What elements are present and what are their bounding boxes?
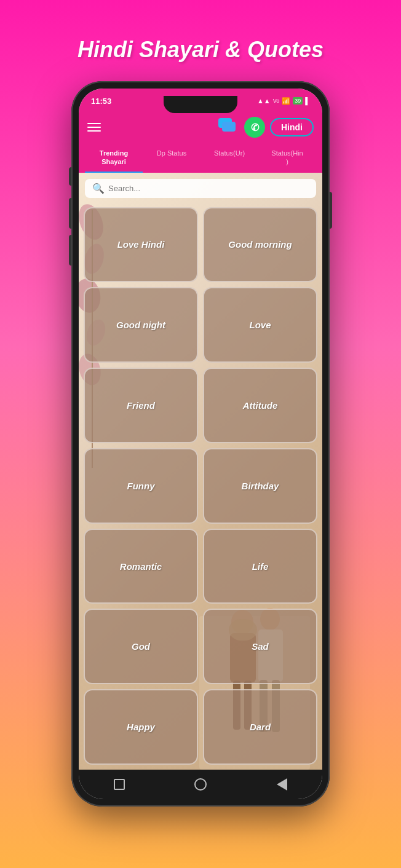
volume-down-button xyxy=(69,198,71,229)
vo-label: Vo xyxy=(273,98,280,104)
tab-dp-status[interactable]: Dp Status xyxy=(143,144,200,173)
nav-back-button[interactable] xyxy=(272,775,292,794)
phone-frame: 11:53 ▲▲ Vo 📶 39 ▌ xyxy=(71,81,330,807)
search-input[interactable] xyxy=(108,184,309,193)
search-icon: 🔍 xyxy=(92,183,105,194)
whatsapp-icon[interactable]: ✆ xyxy=(244,117,265,138)
recents-icon xyxy=(114,779,125,790)
category-attitude-button[interactable]: Attitude xyxy=(203,368,317,443)
category-sad-button[interactable]: Sad xyxy=(203,609,317,684)
notch xyxy=(164,96,237,113)
hindi-button[interactable]: Hindi xyxy=(270,118,314,136)
status-icons: ▲▲ Vo 📶 39 ▌ xyxy=(257,97,310,105)
category-love-hindi-button[interactable]: Love Hindi xyxy=(84,207,198,283)
category-grid: Love HindiGood morningGood nightLoveFrie… xyxy=(84,207,317,765)
hamburger-line-3 xyxy=(87,130,101,132)
hamburger-line-1 xyxy=(87,123,101,124)
tab-status-hin[interactable]: Status(Hin) xyxy=(258,144,316,173)
hamburger-line-2 xyxy=(87,127,101,128)
wifi-icon: 📶 xyxy=(282,97,290,105)
search-bar: 🔍 xyxy=(85,179,316,198)
tab-status-ur[interactable]: Status(Ur) xyxy=(200,144,258,173)
nav-home-button[interactable] xyxy=(191,775,210,794)
category-dard-button[interactable]: Dard xyxy=(203,689,317,765)
category-funny-button[interactable]: Funny xyxy=(84,448,198,524)
battery-icon: 39 xyxy=(293,97,303,105)
bottom-nav xyxy=(79,770,322,799)
chat-icon[interactable] xyxy=(217,118,239,136)
content-area: 🔍 Love HindiGood morningGood nightLoveFr… xyxy=(79,173,322,770)
category-friend-button[interactable]: Friend xyxy=(84,368,198,443)
category-good-morning-button[interactable]: Good morning xyxy=(203,207,317,283)
category-birthday-button[interactable]: Birthday xyxy=(203,448,317,524)
silent-button xyxy=(69,235,71,266)
battery-shape: ▌ xyxy=(305,97,310,105)
app-bar: ✆ Hindi xyxy=(79,111,322,144)
phone-screen: 11:53 ▲▲ Vo 📶 39 ▌ xyxy=(79,89,322,799)
nav-recents-button[interactable] xyxy=(109,775,129,794)
status-time: 11:53 xyxy=(91,97,111,106)
power-button xyxy=(330,192,332,229)
category-good-night-button[interactable]: Good night xyxy=(84,287,198,363)
signal-icon: ▲▲ xyxy=(257,97,271,105)
category-romantic-button[interactable]: Romantic xyxy=(84,529,198,604)
page-title: Hindi Shayari & Quotes xyxy=(77,37,324,63)
category-happy-button[interactable]: Happy xyxy=(84,689,198,765)
tabs-bar: TrendingShayari Dp Status Status(Ur) Sta… xyxy=(79,144,322,173)
app-bar-icons: ✆ Hindi xyxy=(217,117,314,138)
category-god-button[interactable]: God xyxy=(84,609,198,684)
category-life-button[interactable]: Life xyxy=(203,529,317,604)
home-icon xyxy=(194,778,207,791)
tab-trending-shayari[interactable]: TrendingShayari xyxy=(85,144,143,173)
menu-button[interactable] xyxy=(87,123,101,132)
category-love-button[interactable]: Love xyxy=(203,287,317,363)
svg-rect-1 xyxy=(222,122,236,132)
volume-up-button xyxy=(69,167,71,186)
whatsapp-symbol: ✆ xyxy=(251,122,259,133)
back-icon xyxy=(277,778,287,791)
